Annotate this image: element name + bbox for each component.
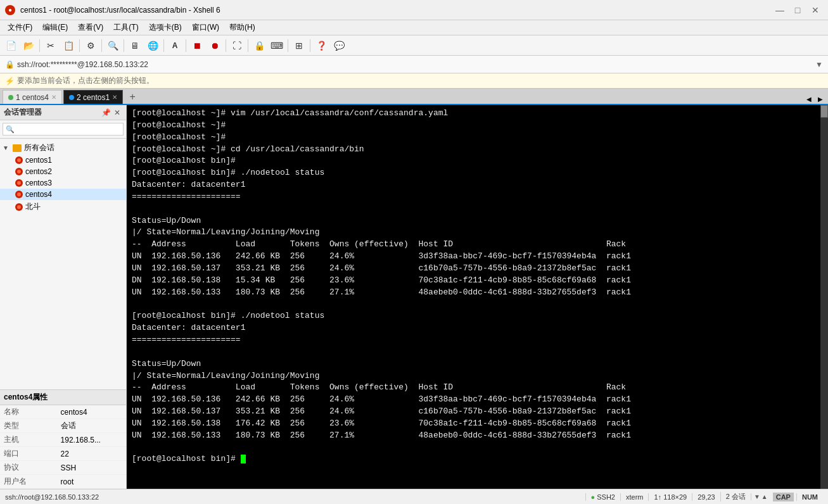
prop-val-host: 192.168.5... [57,433,126,447]
tree-expand-icon: ▼ [3,144,10,151]
tree-root-all-sessions[interactable]: ▼ 所有会话 [0,141,126,154]
tab-dot-centos4 [8,95,13,100]
toolbar-stop[interactable]: ⏹ [189,38,205,53]
sidebar-search-input[interactable] [3,123,124,135]
toolbar-cut[interactable]: ✂ [42,38,59,53]
tab-add-button[interactable]: + [125,90,139,104]
centos1-icon [15,156,23,164]
prop-key-username: 用户名 [0,475,57,489]
status-ssh-dot: ● [591,493,596,501]
toolbar-sep-7 [226,39,226,52]
sidebar-item-centos2[interactable]: centos2 [0,166,126,177]
toolbar-copy[interactable]: 📋 [60,38,77,53]
sidebar-pin-button[interactable]: 📌 [101,108,111,118]
close-button[interactable]: ✕ [808,4,823,16]
menu-tabs[interactable]: 选项卡(B) [144,21,187,34]
tree-folder-icon [13,144,22,152]
centos4-label: centos4 [25,190,52,199]
sidebar-header: 会话管理器 📌 ✕ [0,105,126,120]
tab-close-centos4[interactable]: ✕ [51,94,56,101]
beidou-icon [15,203,23,211]
toolbar-sep-6 [186,39,186,52]
title-bar: ● centos1 - root@localhost:/usr/local/ca… [0,0,828,20]
prop-key-name: 名称 [0,405,57,419]
tab-next-button[interactable]: ▶ [815,94,825,104]
minimize-button[interactable]: — [772,4,787,16]
terminal-scrollbar[interactable] [820,105,828,489]
menu-window[interactable]: 窗口(W) [187,21,224,34]
toolbar-open[interactable]: 📂 [20,38,37,53]
toolbar-help[interactable]: ❓ [313,38,329,53]
tab-nav-buttons: ◀ ▶ [804,94,825,104]
menu-view[interactable]: 查看(V) [73,21,108,34]
status-num: NUM [796,493,823,501]
toolbar-sep-2 [79,39,80,52]
maximize-button[interactable]: □ [790,4,805,16]
prop-val-name: centos4 [57,405,126,419]
tab-close-centos1[interactable]: ✕ [112,94,117,101]
toolbar-font[interactable]: A [167,38,183,53]
status-nav-up[interactable]: ▲ [761,493,768,500]
toolbar-sep-9 [288,39,288,52]
toolbar: 📄 📂 ✂ 📋 ⚙ 🔍 🖥 🌐 A ⏹ ⏺ ⛶ 🔒 ⌨ ⊞ ❓ 💬 [0,35,828,56]
toolbar-keyboard[interactable]: ⌨ [269,38,285,53]
centos1-label: centos1 [25,156,52,165]
prop-val-protocol: SSH [57,461,126,475]
toolbar-sep-5 [163,39,164,52]
sidebar-close-button[interactable]: ✕ [112,108,122,118]
scrollbar-thumb[interactable] [820,105,828,118]
sidebar-item-centos3[interactable]: centos3 [0,177,126,189]
status-sessions: 2 会话 [720,492,751,501]
address-icon: 🔒 [5,60,15,69]
status-connection: ssh://root@192.168.50.133:22 [5,493,585,501]
status-ssh-label: SSH2 [597,493,615,501]
toolbar-new[interactable]: 📄 [3,38,19,53]
toolbar-monitor[interactable]: 🖥 [127,38,143,53]
properties-table: 名称 centos4 类型 会话 主机 192.168.5... 端口 22 协… [0,405,126,489]
app-icon: ● [5,5,15,15]
tab-label-centos1: 2 centos1 [77,93,110,102]
toolbar-settings[interactable]: ⚙ [82,38,99,53]
status-cap: CAP [773,493,794,501]
toolbar-sep-4 [124,39,124,52]
status-bar: ssh://root@192.168.50.133:22 ● SSH2 xter… [0,489,828,504]
status-ssh: ● SSH2 [585,493,620,501]
terminal[interactable]: [root@localhost ~]# vim /usr/local/cassa… [127,105,820,489]
tab-centos4[interactable]: 1 centos4 ✕ [3,90,62,104]
toolbar-expand[interactable]: ⛶ [229,38,245,53]
prop-row-protocol: 协议 SSH [0,461,126,475]
menu-file[interactable]: 文件(F) [3,21,37,34]
toolbar-chat[interactable]: 💬 [331,38,347,53]
hint-icon: ⚡ [5,77,15,85]
prop-val-port: 22 [57,447,126,461]
toolbar-globe[interactable]: 🌐 [144,38,161,53]
tab-centos1[interactable]: 2 centos1 ✕ [63,90,123,104]
prop-key-protocol: 协议 [0,461,57,475]
menu-edit[interactable]: 编辑(E) [37,21,73,34]
prop-key-host: 主机 [0,433,57,447]
centos3-icon [15,179,23,187]
centos2-icon [15,168,23,175]
status-nav-down[interactable]: ▼ [754,493,760,500]
toolbar-search[interactable]: 🔍 [105,38,121,53]
centos4-icon [15,191,23,198]
toolbar-record[interactable]: ⏺ [207,38,223,53]
sidebar: 会话管理器 📌 ✕ ▼ 所有会话 centos1 centos2 [0,105,127,489]
prop-row-type: 类型 会话 [0,419,126,433]
tab-bar: 1 centos4 ✕ 2 centos1 ✕ + ◀ ▶ [0,89,828,105]
title-bar-left: ● centos1 - root@localhost:/usr/local/ca… [5,5,220,15]
window-title: centos1 - root@localhost:/usr/local/cass… [20,6,220,15]
toolbar-sep-1 [39,39,40,52]
tab-prev-button[interactable]: ◀ [804,94,814,104]
sidebar-item-centos1[interactable]: centos1 [0,154,126,166]
toolbar-lock[interactable]: 🔒 [251,38,267,53]
address-dropdown[interactable]: ▼ [815,60,823,69]
toolbar-layout[interactable]: ⊞ [291,38,307,53]
sidebar-item-centos4[interactable]: centos4 [0,189,126,200]
menu-tools[interactable]: 工具(T) [108,21,143,34]
sidebar-item-beidou[interactable]: 北斗 [0,200,126,213]
menu-help[interactable]: 帮助(H) [224,21,260,34]
content-area: 会话管理器 📌 ✕ ▼ 所有会话 centos1 centos2 [0,105,828,489]
centos3-label: centos3 [25,179,52,187]
status-position: 29,23 [692,493,720,501]
